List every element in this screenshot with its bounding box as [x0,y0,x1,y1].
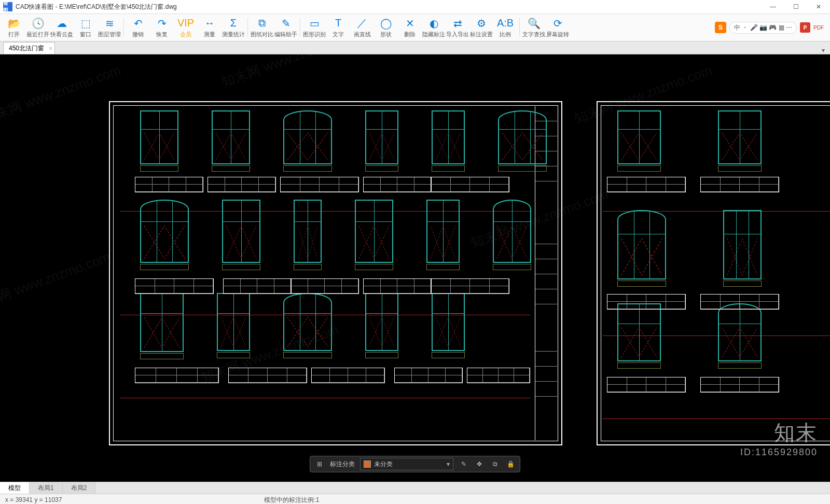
toolbar-隐藏标注[interactable]: ◐隐藏标注 [422,15,446,40]
ime-icon[interactable]: S [715,22,726,33]
window-elevation [718,303,762,369]
edit-icon[interactable]: ✎ [459,460,469,468]
toolbar-图纸对比[interactable]: ⧉图纸对比 [250,15,274,40]
category-label: 标注分类 [330,460,355,469]
elevation-row [617,303,762,369]
move-icon[interactable]: ✥ [474,460,485,468]
window-elevation [355,200,393,270]
toolbar-label: 隐藏标注 [422,31,445,38]
window-schedule [607,377,686,393]
toolbar-icon: ⧉ [258,17,266,30]
minimize-button[interactable]: — [762,0,784,13]
toolbar-label: 测量 [204,31,215,38]
close-button[interactable]: ✕ [807,0,830,13]
ime-chip[interactable]: 中 ・ 🎤 📷 🎮 ▦ ⋯ [729,22,797,34]
toolbar-编辑助手[interactable]: ✎编辑助手 [274,15,298,40]
document-tab-label: 450北法门窗 [9,44,44,53]
toolbar-icon: 📂 [8,17,21,30]
toolbar-测量统计[interactable]: Σ测量统计 [222,15,245,40]
toolbar-测量[interactable]: ↔测量 [198,15,222,40]
pdf-button[interactable]: P [800,22,810,33]
toolbar-快看云盘[interactable]: ☁快看云盘 [50,15,74,40]
toolbar-icon: ⟳ [554,17,562,30]
toolbar-图层管理[interactable]: ≋图层管理 [98,15,121,40]
category-select[interactable]: 未分类 [360,458,453,470]
window-schedule [700,377,779,393]
toolbar-label: 编辑助手 [274,31,297,38]
toolbar-删除[interactable]: ✕删除 [398,15,422,40]
toolbar-文字[interactable]: T文字 [326,15,350,40]
watermark: 知末网 www.znzmo.com [219,54,362,92]
toolbar-icon: 🕓 [32,17,45,30]
layout-tab-模型[interactable]: 模型 [0,482,30,494]
window-elevation [723,210,762,287]
window-elevation [222,200,260,270]
window-elevation [294,200,322,270]
toolbar-label: 图纸对比 [251,31,273,38]
toolbar-icon: ⚙ [477,17,486,30]
drawing-canvas[interactable]: 知末网 www.znzmo.com 知末网 www.znzmo.com 知末网 … [0,54,830,482]
toolbar-label: 快看云盘 [50,31,73,38]
maximize-button[interactable]: ☐ [784,0,807,13]
toolbar-label: 打开 [8,31,20,38]
toolbar-icon: ↶ [134,17,143,30]
toolbar-icon: ☁ [57,17,67,30]
toolbar-icon: ◯ [380,17,392,30]
lock-icon[interactable]: 🔒 [505,460,516,468]
window-schedule [607,177,686,192]
toolbar-画直线[interactable]: ／画直线 [350,15,374,40]
toolbar-恢复[interactable]: ↷恢复 [150,15,174,40]
toolbar-label: 标注设置 [470,31,493,38]
elevation-row [617,210,762,287]
toolbar-label: 文字 [333,31,344,38]
window-elevation [426,200,460,270]
toolbar-label: 导入导出 [446,31,469,38]
toolbar-label: 图层管理 [98,31,121,38]
window-elevation [718,110,762,172]
app-icon: 看图 [3,2,12,11]
toolbar-形状[interactable]: ◯形状 [374,15,398,40]
toolbar-标注设置[interactable]: ⚙标注设置 [469,15,493,40]
window-schedule [363,278,432,294]
toolbar-label: 图形识别 [303,31,326,38]
toolbar-icon: ◐ [430,17,438,30]
window-elevation [140,110,178,172]
window-schedule [135,278,214,294]
toolbar-label: 最近打开 [26,31,49,38]
window-schedule [290,278,359,294]
toolbar-打开[interactable]: 📂打开 [2,15,26,40]
toolbar-屏幕旋转[interactable]: ⟳屏幕旋转 [546,15,570,40]
copy-icon[interactable]: ⧉ [490,460,500,468]
tabstrip-menu-icon[interactable]: ▾ [817,47,830,54]
toolbar-窗口[interactable]: ⬚窗口 [74,15,98,40]
annotation-floatbar[interactable]: ⊞ 标注分类 未分类 ✎ ✥ ⧉ 🔒 [310,456,520,472]
window-elevation [283,110,332,172]
close-tab-icon[interactable]: × [49,45,52,51]
elevation-row [617,110,762,172]
coordinates-readout: x = 39341 y = 11037 [0,496,67,503]
window-elevation [617,303,661,369]
toolbar-label: 文字查找 [522,31,545,38]
layout-tab-布局1[interactable]: 布局1 [30,482,63,494]
watermark: 知末网 www.znzmo.com [0,248,113,315]
toolbar-最近打开[interactable]: 🕓最近打开 [26,15,50,40]
toolbar-label: 测量统计 [222,31,245,38]
toolbar-比例[interactable]: A:B比例 [493,15,517,40]
toolbar-label: 窗口 [80,31,91,38]
toolbar-图形识别[interactable]: ▭图形识别 [302,15,326,40]
toolbar-label: 比例 [500,31,511,38]
window-schedule [280,177,359,192]
window-schedule [607,294,686,310]
toolbar-导入导出[interactable]: ⇄导入导出 [446,15,469,40]
toolbar-会员[interactable]: VIP会员 [174,15,198,40]
document-tabstrip: 450北法门窗 × ▾ [0,41,830,54]
layout-tab-布局2[interactable]: 布局2 [63,482,96,494]
toolbar-撤销[interactable]: ↶撤销 [126,15,150,40]
grid-icon[interactable]: ⊞ [314,460,325,468]
document-tab[interactable]: 450北法门窗 × [3,42,55,54]
layout-tabs: 模型布局1布局2 [0,482,830,494]
window-elevation [617,210,666,287]
window-schedule [363,177,432,192]
status-bar: x = 39341 y = 11037 模型中的标注比例:1 [0,494,830,504]
toolbar-文字查找[interactable]: 🔍文字查找 [522,15,546,40]
